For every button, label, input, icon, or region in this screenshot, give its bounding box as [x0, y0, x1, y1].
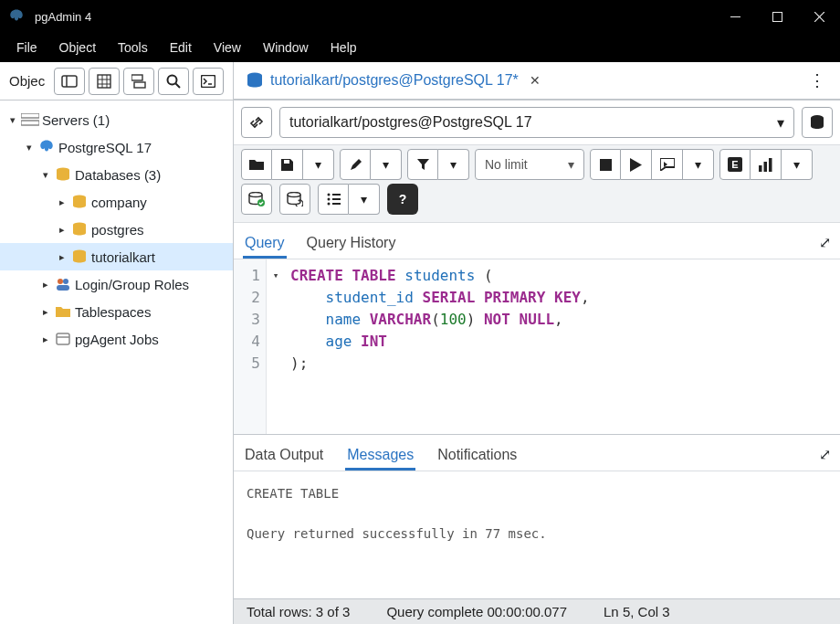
tree-label: company [89, 195, 147, 210]
connection-status-button[interactable] [241, 107, 272, 138]
run-button[interactable] [621, 149, 652, 180]
menu-object[interactable]: Object [48, 33, 107, 62]
help-button[interactable]: ? [387, 184, 418, 215]
tree-tablespaces[interactable]: ▸ Tablespaces [0, 298, 233, 325]
tree-label: PostgreSQL 17 [57, 140, 152, 155]
maximize-button[interactable] [756, 0, 798, 33]
view-options-button[interactable] [318, 184, 349, 215]
open-file-button[interactable] [241, 149, 272, 180]
close-button[interactable] [798, 0, 840, 33]
fold-toggle-icon[interactable]: ▾ [267, 265, 285, 287]
chevron-down-icon[interactable]: ▾ [5, 114, 20, 126]
status-complete: Query complete 00:00:00.077 [386, 604, 567, 619]
svg-rect-34 [759, 165, 762, 172]
rollback-button[interactable] [279, 184, 310, 215]
sidebar-tool-1[interactable] [54, 68, 85, 95]
graph-button[interactable] [751, 149, 782, 180]
commit-button[interactable] [241, 184, 272, 215]
svg-point-44 [328, 203, 331, 206]
chevron-down-icon: ▾ [777, 114, 784, 132]
tree-db-postgres[interactable]: ▸ postgres [0, 216, 233, 243]
chevron-right-icon[interactable]: ▸ [55, 224, 69, 236]
tab-more-button[interactable]: ⋮ [802, 70, 833, 90]
expand-icon[interactable]: ⤢ [819, 234, 831, 259]
roles-icon [53, 277, 73, 291]
edit-dropdown[interactable]: ▾ [371, 149, 402, 180]
output-tabs: Data Output Messages Notifications ⤢ [234, 434, 840, 471]
filter-dropdown[interactable]: ▾ [438, 149, 469, 180]
code-area[interactable]: CREATE TABLE students ( student_id SERIA… [285, 259, 840, 434]
outtab-notifications[interactable]: Notifications [436, 447, 519, 471]
message-line: Query returned successfully in 77 msec. [247, 526, 827, 541]
menu-tools[interactable]: Tools [107, 33, 159, 62]
postgres-icon [37, 139, 57, 155]
minimize-button[interactable] [714, 0, 756, 33]
chevron-right-icon[interactable]: ▸ [38, 279, 53, 291]
svg-rect-17 [21, 113, 39, 118]
limit-dropdown[interactable]: No limit▾ [475, 149, 584, 180]
chevron-right-icon[interactable]: ▸ [55, 251, 69, 263]
tree-db-tutorialkart[interactable]: ▸ tutorialkart [0, 243, 233, 270]
outtab-messages[interactable]: Messages [345, 447, 415, 471]
edit-button[interactable] [340, 149, 371, 180]
subtab-query[interactable]: Query [243, 235, 287, 259]
tree-label: Login/Group Roles [73, 277, 189, 292]
sidebar-tool-filter[interactable] [123, 68, 154, 95]
stop-button[interactable] [590, 149, 621, 180]
tree-server[interactable]: ▾ PostgreSQL 17 [0, 133, 233, 161]
explain-button[interactable] [652, 149, 683, 180]
connection-dropdown[interactable]: tutorialkart/postgres@PostgreSQL 17 ▾ [279, 107, 794, 138]
query-subtabs: Query Query History ⤢ [234, 223, 840, 259]
svg-point-23 [58, 279, 63, 284]
menu-view[interactable]: View [203, 33, 252, 62]
tree-servers[interactable]: ▾ Servers (1) [0, 106, 233, 133]
messages-output: CREATE TABLE Query returned successfully… [234, 471, 840, 598]
sidebar-tool-terminal[interactable] [193, 68, 224, 95]
chevron-right-icon[interactable]: ▸ [38, 333, 53, 345]
sql-editor[interactable]: 1 2 3 4 5 ▾ CREATE TABLE students ( stud… [234, 259, 840, 434]
outtab-data[interactable]: Data Output [243, 447, 325, 471]
tree-login-roles[interactable]: ▸ Login/Group Roles [0, 270, 233, 298]
line-number: 4 [234, 331, 260, 353]
status-cursor: Ln 5, Col 3 [604, 604, 670, 619]
status-rows: Total rows: 3 of 3 [247, 604, 350, 619]
chevron-down-icon[interactable]: ▾ [38, 169, 53, 181]
tree-db-company[interactable]: ▸ company [0, 188, 233, 216]
close-icon[interactable]: ✕ [530, 73, 541, 88]
save-button[interactable] [272, 149, 303, 180]
new-connection-button[interactable] [802, 107, 833, 138]
tree-pgagent[interactable]: ▸ pgAgent Jobs [0, 325, 233, 353]
tree-label: Databases (3) [73, 167, 161, 183]
chevron-right-icon[interactable]: ▸ [55, 196, 69, 208]
folder-icon [53, 305, 73, 318]
sidebar-tool-search[interactable] [158, 68, 189, 95]
menu-edit[interactable]: Edit [159, 33, 203, 62]
svg-rect-4 [62, 76, 77, 87]
expand-icon[interactable]: ⤢ [819, 446, 831, 471]
menu-help[interactable]: Help [320, 33, 368, 62]
chevron-down-icon: ▾ [568, 157, 574, 172]
view-options-dropdown[interactable]: ▾ [349, 184, 380, 215]
titlebar: pgAdmin 4 [0, 0, 840, 33]
svg-point-37 [249, 193, 262, 197]
macro-button[interactable]: E [719, 149, 751, 180]
chevron-down-icon[interactable]: ▾ [22, 142, 37, 153]
explain-dropdown[interactable]: ▾ [683, 149, 714, 180]
menu-file[interactable]: File [5, 33, 48, 62]
tree-label: Tablespaces [73, 304, 151, 320]
tree-databases[interactable]: ▾ Databases (3) [0, 161, 233, 188]
database-icon [69, 249, 89, 264]
save-dropdown[interactable]: ▾ [303, 149, 334, 180]
svg-rect-11 [131, 75, 142, 80]
editor-tab[interactable]: tutorialkart/postgres@PostgreSQL 17* ✕ [241, 72, 546, 89]
sidebar-tool-grid[interactable] [89, 68, 120, 95]
subtab-history[interactable]: Query History [305, 235, 398, 259]
database-icon [69, 222, 89, 237]
menu-window[interactable]: Window [252, 33, 320, 62]
editor-tabstrip: tutorialkart/postgres@PostgreSQL 17* ✕ ⋮ [234, 62, 840, 100]
window-title: pgAdmin 4 [33, 10, 91, 24]
graph-dropdown[interactable]: ▾ [782, 149, 813, 180]
database-icon [53, 167, 73, 182]
filter-button[interactable] [407, 149, 438, 180]
chevron-right-icon[interactable]: ▸ [38, 306, 53, 318]
